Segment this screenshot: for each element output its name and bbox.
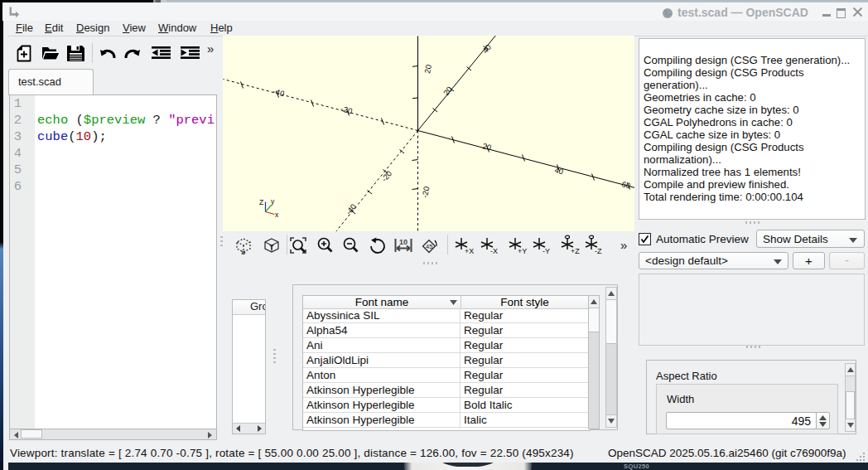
svg-text:40: 40 (553, 165, 564, 176)
svg-text:-Y: -Y (542, 247, 550, 255)
svg-text:-X: -X (490, 247, 498, 255)
svg-text:-20: -20 (340, 104, 353, 115)
svg-text:-40: -40 (272, 86, 285, 98)
svg-text:+X: +X (465, 247, 474, 255)
svg-text:-20: -20 (379, 169, 393, 184)
svg-text:-Z: -Z (595, 247, 602, 255)
svg-text:40: 40 (480, 42, 493, 55)
svg-text:20: 20 (441, 85, 454, 97)
svg-text:-40: -40 (344, 202, 358, 217)
svg-text:x: x (275, 211, 279, 219)
svg-text:10: 10 (399, 238, 407, 246)
svg-text:-20: -20 (420, 186, 431, 198)
svg-text:20: 20 (481, 141, 492, 152)
svg-text:45: 45 (426, 243, 432, 250)
svg-text:Z: Z (259, 198, 263, 206)
svg-text:20: 20 (422, 64, 433, 74)
svg-text:y: y (271, 197, 275, 206)
svg-text:+Y: +Y (518, 247, 527, 255)
svg-text:+Z: +Z (571, 247, 580, 255)
svg-text:»: » (241, 248, 246, 257)
